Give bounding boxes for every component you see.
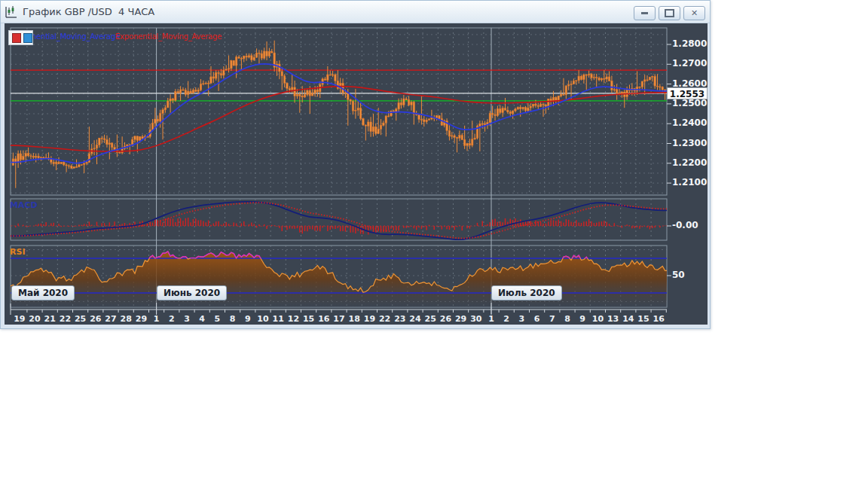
svg-text:2: 2 bbox=[503, 314, 509, 324]
svg-text:18: 18 bbox=[349, 314, 360, 324]
price-tick-label: 1.2100 bbox=[672, 177, 708, 188]
price-tick-label: 1.2200 bbox=[672, 157, 708, 168]
svg-text:8: 8 bbox=[564, 314, 570, 324]
price-tick-label: 1.2700 bbox=[672, 58, 708, 69]
price-tick-label: 1.2300 bbox=[672, 138, 708, 148]
svg-text:24: 24 bbox=[409, 314, 421, 324]
svg-text:8: 8 bbox=[230, 314, 236, 324]
svg-text:3: 3 bbox=[519, 314, 525, 324]
svg-text:11: 11 bbox=[273, 314, 284, 324]
svg-text:21: 21 bbox=[44, 314, 56, 324]
svg-text:1: 1 bbox=[488, 314, 494, 324]
minimize-icon bbox=[641, 12, 648, 14]
svg-text:25: 25 bbox=[425, 314, 436, 324]
rsi-axis-label: 50 bbox=[672, 270, 708, 280]
month-label-may: Май 2020 bbox=[11, 285, 75, 300]
svg-text:29: 29 bbox=[455, 314, 466, 324]
svg-text:14: 14 bbox=[622, 314, 634, 324]
legend-ema-red: Exponential_Moving_Average bbox=[115, 32, 222, 41]
svg-text:12: 12 bbox=[288, 314, 299, 324]
svg-text:13: 13 bbox=[607, 314, 619, 324]
title-bar[interactable]: График GBP /USD 4 ЧАСА ✕ bbox=[1, 1, 710, 23]
svg-text:26: 26 bbox=[90, 314, 102, 324]
price-tick-label: 1.2400 bbox=[672, 117, 708, 128]
svg-text:26: 26 bbox=[440, 314, 452, 324]
svg-text:7: 7 bbox=[549, 314, 555, 324]
svg-text:19: 19 bbox=[14, 314, 25, 324]
svg-text:30: 30 bbox=[470, 314, 482, 324]
svg-text:5: 5 bbox=[215, 314, 221, 324]
svg-text:9: 9 bbox=[579, 314, 585, 324]
minimize-button[interactable] bbox=[634, 6, 656, 20]
svg-text:3: 3 bbox=[184, 314, 190, 324]
svg-text:16: 16 bbox=[318, 314, 330, 324]
price-tick-label: 1.2800 bbox=[672, 38, 708, 49]
close-button[interactable]: ✕ bbox=[683, 6, 705, 20]
chart-window: График GBP /USD 4 ЧАСА ✕ 192021222526272… bbox=[0, 0, 711, 329]
candlestick-chart-icon bbox=[5, 5, 18, 19]
svg-text:15: 15 bbox=[637, 314, 649, 324]
red-indicator-button[interactable] bbox=[12, 33, 21, 43]
blue-indicator-button[interactable] bbox=[23, 33, 32, 43]
svg-text:10: 10 bbox=[592, 314, 604, 324]
svg-text:6: 6 bbox=[534, 314, 540, 324]
macd-panel-label: MACD bbox=[10, 200, 38, 210]
maximize-icon bbox=[665, 9, 674, 17]
current-price-box: 1.2553 bbox=[667, 87, 708, 99]
svg-text:20: 20 bbox=[29, 314, 41, 324]
macd-axis-label: -0.00 bbox=[672, 220, 708, 230]
close-icon: ✕ bbox=[691, 9, 698, 17]
svg-text:4: 4 bbox=[199, 314, 205, 324]
svg-text:16: 16 bbox=[653, 314, 665, 324]
svg-text:28: 28 bbox=[121, 314, 132, 324]
chart-canvas[interactable]: 1920212225262728291234589101112151617181… bbox=[5, 23, 708, 325]
rsi-panel-label: RSI bbox=[10, 247, 26, 257]
svg-text:1: 1 bbox=[154, 314, 160, 324]
month-label-june: Июнь 2020 bbox=[157, 285, 227, 300]
month-label-july: Июль 2020 bbox=[491, 285, 562, 300]
chart-client-area: 1920212225262728291234589101112151617181… bbox=[5, 23, 708, 325]
svg-text:27: 27 bbox=[105, 314, 116, 324]
svg-text:25: 25 bbox=[75, 314, 86, 324]
svg-text:19: 19 bbox=[364, 314, 375, 324]
svg-text:29: 29 bbox=[136, 314, 147, 324]
svg-text:2: 2 bbox=[169, 314, 175, 324]
indicator-buttons-panel bbox=[8, 30, 33, 45]
maximize-button[interactable] bbox=[659, 6, 680, 20]
svg-text:15: 15 bbox=[303, 314, 314, 324]
svg-text:22: 22 bbox=[60, 314, 71, 324]
svg-text:22: 22 bbox=[379, 314, 390, 324]
window-title: График GBP /USD 4 ЧАСА bbox=[23, 6, 154, 17]
svg-text:9: 9 bbox=[245, 314, 251, 324]
svg-text:10: 10 bbox=[257, 314, 269, 324]
svg-text:17: 17 bbox=[333, 314, 344, 324]
svg-text:23: 23 bbox=[394, 314, 405, 324]
